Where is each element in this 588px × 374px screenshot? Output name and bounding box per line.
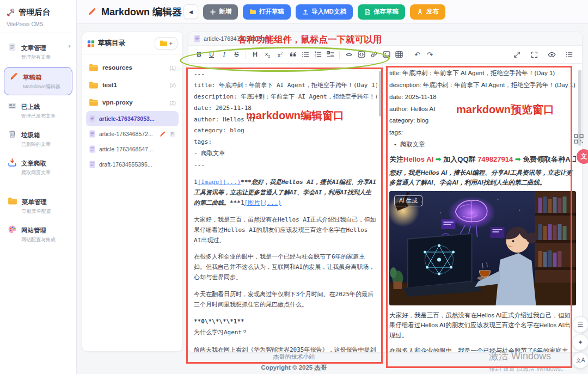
toolbar-separator [246,51,246,59]
preview-frontmatter-line: category: blog [389,115,576,127]
folder-yellow-icon [89,81,99,89]
italic-button[interactable]: I [218,48,230,61]
editor-text-line: 大家好，我是三百，虽然没有在Hellos AI正式介绍过我自己，但如果仔细看过H… [194,215,377,246]
folder-yellow-icon [8,197,17,205]
list-task-button[interactable] [324,48,336,61]
folder-row[interactable]: vpn-proxy(2) [86,94,179,111]
draft-file-row[interactable]: draft-17634555395... [86,157,179,172]
editor-text-line: 今天在翻看日历时，发现离过年仅剩下3个月时间。在2025年的最后三个月时间里我想… [194,290,377,310]
editor-text-line: 在很多人和企业的眼中，我是一个已经与社会脱节了6年的家庭主妇。但我自己并不这么认… [194,252,377,283]
new-folder-button[interactable]: + [155,37,177,50]
doc-file-icon [89,145,96,153]
editor-text-line: author: Hellos AI [194,114,377,126]
strike-button[interactable]: S [230,48,243,61]
menu-widget[interactable]: ☰ [572,316,588,333]
code-button[interactable]: <> [342,48,355,61]
sidebar-item-draft-box[interactable]: 草稿箱Markdown编辑器 [4,67,72,95]
preview-paragraph: 大家好，我是三百，虽然没有在Hellos AI正式介绍过我自己，但如果仔细看过H… [389,310,576,341]
draft-directory-title: 草稿目录 [87,39,125,48]
doc-file-icon [89,130,96,138]
table-button[interactable] [393,48,405,61]
back-button[interactable]: ◀ [183,4,198,19]
toolbar-right-group [511,48,578,61]
sidebar-divider [0,187,76,187]
underline-button[interactable]: U [205,48,218,61]
news-icon [8,101,17,111]
editor-toolbar: BUISHx2x2<>↶↷ [188,46,582,64]
main-header: Markdown 编辑器 ◀ 新增打开草稿导入MD文档保存草稿发布 [77,0,588,24]
draft-file-row[interactable]: article-1763473053... [86,111,179,126]
editor-text-line: date: 2025-11-18 [194,103,377,114]
draft-file-row[interactable]: article-1763468547... [86,142,179,157]
editor-text-line: --- [194,69,377,80]
sidebar-item-menu-management[interactable]: 菜单管理导航菜单配置 [0,192,76,220]
sparkle-widget[interactable]: ✦ [572,334,588,351]
import-md-button[interactable]: 导入MD文档 [296,4,353,20]
sidebar-item-site-management[interactable]: 网站管理网站配置与集成 [0,220,76,248]
outline-button[interactable] [563,48,575,61]
redo-button[interactable]: ↷ [424,48,436,61]
list-ul-button[interactable] [299,48,311,61]
tools-icon [7,8,15,17]
draft-directory-panel: 草稿目录 + resources(1)test1(2)vpn-proxy(2)a… [82,32,183,352]
doc-file-icon [89,161,96,168]
sidebar-item-published[interactable]: 已上线管理已发布文章 [0,96,76,125]
preview-intro-italic: 您好，我是Hellos AI，擅长AI编程、分享AI工具资讯等，立志让更多普通人… [389,168,576,188]
draft-file-row[interactable]: article-1763468572... [86,126,179,142]
draft-list: resources(1)test1(2)vpn-proxy(2)article-… [82,54,182,176]
sidebar-item-trash-box[interactable]: 垃圾箱已删除的文章 [0,125,76,153]
superscript-button[interactable]: x2 [274,48,286,61]
preview-eye-button[interactable] [546,48,558,61]
toolbar-separator [408,51,408,59]
code-block-button[interactable] [355,48,367,61]
trash-icon [8,130,17,139]
heading-button[interactable]: H [249,48,261,61]
undo-button[interactable]: ↶ [411,48,424,61]
app-title: 管理后台 [19,7,50,17]
file-tab-name[interactable]: article-1763473053615.md [204,35,272,42]
sidebar-item-article-crawl[interactable]: 文章爬取爬取网页文章 [0,153,76,181]
folder-row[interactable]: test1(2) [86,76,179,94]
upload-icon [302,9,309,15]
folder-icon [160,40,168,47]
expand-button[interactable] [511,48,523,61]
markdown-editor-pane[interactable]: ---title: 年底冲刺：年前拿下 AI Agent，拒绝空手跨年！(Day… [188,64,383,352]
image-button[interactable] [380,48,393,61]
editor-text-line: **0\*\*\*\*1** [194,317,377,327]
editor-text-line: title: 年底冲刺：年前拿下 AI Agent，拒绝空手跨年！(Day 1) [194,80,377,91]
new-button[interactable]: 新增 [203,4,238,20]
folder-row[interactable]: resources(1) [86,59,179,76]
delete-file-icon[interactable] [169,131,176,138]
bold-button[interactable]: B [193,48,205,61]
preview-list-item: •爬取文章 [389,139,576,151]
preview-frontmatter-line: author: Hellos AI [389,103,576,115]
editor-text-line: description: 年底冲刺：年前拿下 AI Agent，拒绝空手跨年！(… [194,91,377,103]
quote-button[interactable] [286,48,299,61]
grid-icon [87,40,95,47]
publish-button[interactable]: 发布 [410,4,445,20]
list-ol-button[interactable] [311,48,324,61]
rocket-icon [416,8,424,15]
translate-a-widget[interactable]: 文A [572,352,588,369]
edit-file-icon[interactable] [159,131,166,138]
plus-icon [210,9,216,15]
sidebar-nav: 文章管理管理所有文章▾草稿箱Markdown编辑器已上线管理已发布文章垃圾箱已删… [0,33,76,248]
sidebar-item-article-management[interactable]: 文章管理管理所有文章▾ [0,38,76,66]
copyright: Copyright © 2025 杰哥 [131,364,457,374]
doc-file-icon [89,115,96,122]
editor-scrollbar[interactable] [379,71,382,117]
link-button[interactable] [367,48,380,61]
app-logo: 管理后台 VitePress CMS [0,0,76,33]
translate-widget[interactable]: 文 [577,149,588,164]
qr-widget[interactable] [574,134,584,146]
pencil-icon [88,7,97,16]
open-draft-button[interactable]: 打开草稿 [243,4,291,20]
subscript-button[interactable]: x2 [261,48,274,61]
save-icon [364,9,371,15]
editor-text-line: 1[Image](...)***您好，我是Hellos AI，擅长AI编程、分享… [194,177,377,209]
save-draft-button[interactable]: 保存草稿 [358,4,405,20]
ai-generated-badge: AI 生成 [394,195,422,206]
app-subtitle: VitePress CMS [7,21,70,27]
header-actions: 新增打开草稿导入MD文档保存草稿发布 [203,4,445,20]
fullscreen-button[interactable] [528,48,541,61]
